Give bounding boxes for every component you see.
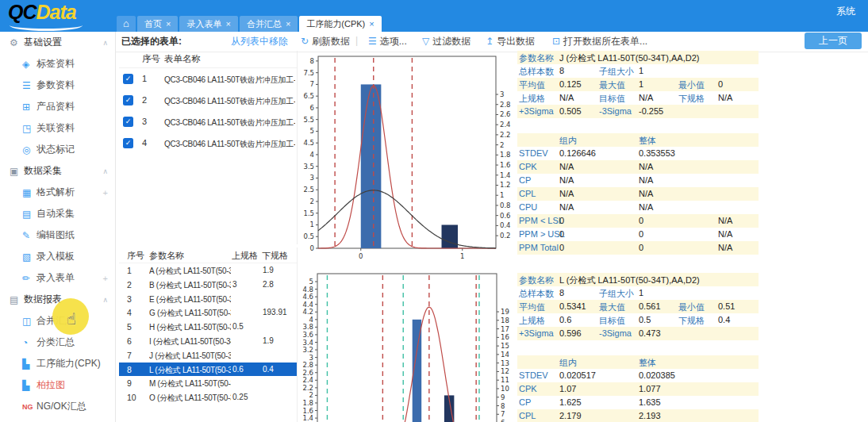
stats-value: N/A	[718, 93, 732, 102]
stats-label: 目标值	[599, 315, 625, 327]
tab-entry-form[interactable]: 录入表单×	[179, 16, 237, 32]
merge-summary-icon: ◫	[22, 316, 36, 327]
stats-value: 0	[639, 243, 643, 252]
parameter-row[interactable]: 1A (分检式 LA11-50T(50-3...1.9	[119, 263, 297, 278]
sidebar-item-status-mark[interactable]: ◎状态标记	[0, 139, 115, 160]
form-list-row[interactable]: ✓4QC3-CB046 LA11-50T铁齿片冲压加工-巡检2...	[119, 132, 297, 154]
sidebar-section-basic-settings[interactable]: ⚙基础设置∧	[0, 32, 115, 53]
stats-metric-row: CPKN/AN/A	[517, 160, 759, 174]
tab-label: 首页	[144, 19, 162, 29]
chevron-up-icon[interactable]: ∧	[102, 167, 108, 175]
parameter-row[interactable]: 6I (分检式 LA11-50T(50-34...1.9	[119, 334, 297, 348]
svg-text:4.5: 4.5	[303, 139, 314, 147]
stats-param-value: J (分检式 LA11-50T(50-34T),AA,D2)	[559, 52, 699, 64]
form-list-row[interactable]: ✓2QC3-CB046 LA11-50T铁齿片冲压加工-巡检2...	[119, 90, 297, 111]
svg-text:8: 8	[501, 402, 505, 410]
sidebar-item-entry-template[interactable]: ▧录入模板	[0, 246, 115, 267]
stats-info-row: +3Sigma0.505-3Sigma-0.255	[517, 105, 759, 118]
sidebar-item-product-data[interactable]: ⊞产品资料	[0, 96, 115, 117]
plus-icon[interactable]: +	[103, 188, 108, 198]
param-row-no: 3	[127, 294, 132, 304]
stats-value: 8	[559, 288, 564, 297]
remove-from-list-link[interactable]: 从列表中移除	[231, 35, 288, 48]
prev-page-button[interactable]: 上一页	[805, 33, 862, 49]
collect-icon: ▣	[10, 166, 24, 177]
options-button[interactable]: ☰选项...	[368, 35, 407, 48]
checkbox-checked[interactable]: ✓	[123, 117, 133, 127]
sidebar-item-relation-data[interactable]: ◳关联资料	[0, 117, 115, 139]
sidebar-item-pareto[interactable]: ▙柏拉图	[0, 374, 115, 396]
sidebar-item-entry-form[interactable]: ✏录入表单+	[0, 267, 115, 289]
svg-text:6: 6	[501, 419, 505, 422]
parameter-row[interactable]: 7J (分检式 LA11-50T(50-34...	[119, 348, 297, 363]
tab-close-icon[interactable]: ×	[166, 19, 171, 29]
sidebar-section-data-collection[interactable]: ▣数据采集∧	[0, 160, 115, 182]
svg-text:7.5: 7.5	[303, 69, 314, 77]
sidebar-item-label: 关联资料	[36, 121, 75, 135]
parameter-row[interactable]: 8L (分检式 LA11-50T(50-34...0.60.4	[119, 363, 297, 377]
system-menu[interactable]: 系统	[836, 5, 855, 18]
svg-text:4.2: 4.2	[302, 308, 313, 316]
export-data-button[interactable]: ↥导出数据	[486, 35, 535, 48]
parameter-row[interactable]: 10O (分检式 LA11-50T(50-3...0.25	[119, 390, 297, 405]
stats-value: 1	[639, 79, 643, 89]
tab-close-icon[interactable]: ×	[286, 19, 290, 29]
tab-merge-summary[interactable]: 合并汇总×	[240, 16, 298, 32]
stats-value: 0.020517	[559, 370, 596, 380]
parameter-row[interactable]: 4G (分检式 LA11-50T(50-3...193.91	[119, 305, 297, 320]
svg-text:5.5: 5.5	[303, 116, 314, 124]
chevron-up-icon[interactable]: ∧	[102, 39, 108, 47]
pareto-icon: ▙	[22, 380, 36, 391]
sidebar-item-cpk[interactable]: ▙工序能力(CPK)	[0, 353, 115, 374]
svg-text:10: 10	[501, 385, 509, 393]
tab-close-icon[interactable]: ×	[225, 19, 230, 29]
report-icon: ▤	[10, 294, 24, 305]
stats-label: 最大值	[599, 79, 625, 91]
parameter-row[interactable]: 5H (分检式 LA11-50T(50-3...0.5	[119, 320, 297, 334]
param-row-lsl: 1.9	[263, 336, 274, 345]
checkbox-checked[interactable]: ✓	[123, 95, 133, 106]
svg-text:0.8: 0.8	[500, 201, 511, 209]
open-source-form-button[interactable]: ⊡打开数据所在表单...	[552, 35, 647, 48]
stats-label: -3Sigma	[599, 328, 632, 338]
stats-value: 0	[559, 216, 564, 225]
svg-text:15: 15	[501, 342, 509, 350]
filter-data-button[interactable]: ▽过滤数据	[422, 35, 470, 48]
tab-home[interactable]: ⌂	[117, 16, 136, 32]
sidebar-item-parameter-data[interactable]: ☰参数资料	[0, 75, 115, 96]
form-list-row[interactable]: ✓3QC3-CB046 LA11-50T铁齿片冲压加工-巡检2...	[119, 111, 297, 132]
stats-label: PPM Total	[519, 243, 559, 252]
tab-process-capability[interactable]: 工序能力(CPK)×	[299, 16, 381, 32]
histogram-j-svg: 00.511.522.533.544.555.566.577.580.20.40…	[298, 48, 513, 260]
sidebar-item-auto-collect[interactable]: ▤自动采集	[0, 203, 115, 224]
chevron-up-icon[interactable]: ∧	[102, 296, 108, 304]
sidebar-section-system-management[interactable]: ⊡系统管理∧	[0, 417, 115, 422]
param-row-usl: 0.6	[232, 365, 244, 374]
stats-label: 最大值	[599, 301, 625, 313]
parameter-row[interactable]: 2B (分检式 LA11-50T(50-3...32.8	[119, 278, 297, 292]
param-row-name: H (分检式 LA11-50T(50-3...	[149, 322, 231, 333]
form-row-name: QC3-CB046 LA11-50T铁齿片冲压加工-巡检2...	[164, 75, 295, 86]
param-row-name: O (分检式 LA11-50T(50-3...	[149, 393, 231, 404]
cpk-icon: ▙	[22, 359, 36, 370]
tab-homepage[interactable]: 首页×	[137, 16, 178, 32]
tab-close-icon[interactable]: ×	[369, 19, 374, 29]
form-list-row[interactable]: ✓1QC3-CB046 LA11-50T铁齿片冲压加工-巡检2...	[119, 68, 297, 90]
sidebar-item-ng-ok-summary[interactable]: NGNG/OK汇总	[0, 396, 115, 417]
param-row-no: 5	[127, 322, 132, 332]
sidebar-item-format-parse[interactable]: ▦格式解析+	[0, 182, 115, 203]
svg-text:19: 19	[501, 308, 509, 316]
sidebar-item-tag-data[interactable]: ◈标签资料	[0, 53, 115, 75]
checkbox-checked[interactable]: ✓	[123, 74, 133, 84]
cursor-hand-pointer: ☝	[67, 309, 76, 328]
sidebar-item-edit-drawing[interactable]: ✎编辑图纸	[0, 224, 115, 246]
stats-value: N/A	[559, 202, 574, 212]
plus-icon[interactable]: +	[103, 274, 108, 283]
stats-value: 8	[559, 66, 564, 75]
checkbox-checked[interactable]: ✓	[123, 138, 133, 148]
tab-bar: ⌂首页×录入表单×合并汇总×工序能力(CPK)×	[117, 16, 382, 32]
sidebar-item-category-summary[interactable]: ◔分类汇总	[0, 332, 115, 353]
parameter-row[interactable]: 3E (分检式 LA11-50T(50-3...	[119, 292, 297, 306]
parameter-row[interactable]: 9M (分检式 LA11-50T(50-3...	[119, 376, 297, 390]
refresh-data-button[interactable]: ↻刷新数据	[301, 35, 350, 48]
